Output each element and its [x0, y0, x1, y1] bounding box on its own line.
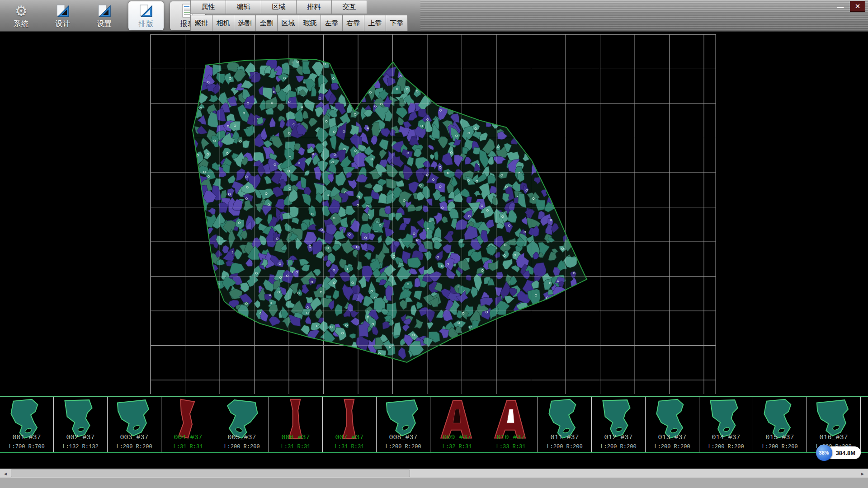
piece-id-label: 001_#37	[0, 434, 53, 441]
set-square-icon	[138, 3, 154, 19]
action-button-0[interactable]: 聚排	[190, 15, 212, 31]
piece-lr-label: L:31 R:31	[161, 444, 215, 450]
nav-button-settings[interactable]: 设置	[87, 1, 122, 30]
thumbnail-cell-016_#37[interactable]: 016_#37L:200 R:200	[807, 397, 861, 452]
piece-lr-label: L:132 R:132	[54, 444, 107, 450]
action-button-3[interactable]: 全割	[255, 15, 278, 31]
piece-id-label: 007_#37	[323, 434, 376, 441]
scroll-thumb[interactable]	[11, 469, 410, 477]
action-button-2[interactable]: 选割	[234, 15, 256, 31]
piece-id-label: 012_#37	[592, 434, 645, 441]
minimize-button[interactable]: —	[833, 1, 848, 12]
thumbnail-cell-012_#37[interactable]: 012_#37L:200 R:200	[592, 397, 646, 452]
thumbnail-cell-010_#37[interactable]: 010_#37L:33 R:31	[484, 397, 538, 452]
piece-id-label: 013_#37	[646, 434, 699, 441]
thumbnail-cell-001_#37[interactable]: 001_#37L:700 R:700	[0, 397, 54, 452]
piece-id-label: 009_#37	[430, 434, 484, 441]
menu-tab-2[interactable]: 区域	[261, 0, 297, 14]
thumbnail-cell-011_#37[interactable]: 011_#37L:200 R:200	[538, 397, 592, 452]
action-button-row: 聚排相机选割全割区域瑕疵左靠右靠上靠下靠	[191, 15, 408, 31]
menu-tab-3[interactable]: 排料	[296, 0, 332, 14]
menu-tab-4[interactable]: 交互	[331, 0, 367, 14]
piece-lr-label: L:31 R:31	[323, 444, 376, 450]
action-button-9[interactable]: 下靠	[386, 15, 408, 31]
window-bottom-edge	[0, 478, 868, 488]
thumbnail-cell-014_#37[interactable]: 014_#37L:200 R:200	[699, 397, 753, 452]
action-button-5[interactable]: 瑕疵	[299, 15, 321, 31]
piece-id-label: 011_#37	[538, 434, 591, 441]
piece-id-label: 004_#37	[161, 434, 215, 441]
piece-lr-label: L:200 R:200	[753, 444, 807, 450]
thumbnail-cell-008_#37[interactable]: 008_#37L:200 R:200	[377, 397, 430, 452]
piece-lr-label: L:200 R:200	[108, 444, 161, 450]
piece-lr-label: L:33 R:31	[484, 444, 538, 450]
piece-lr-label: L:31 R:31	[269, 444, 322, 450]
thumbnail-cell-013_#37[interactable]: 013_#37L:200 R:200	[646, 397, 699, 452]
nav-label: 排版	[138, 19, 154, 29]
nav-button-design[interactable]: 设计	[45, 1, 80, 30]
action-button-8[interactable]: 上靠	[364, 15, 386, 31]
action-button-7[interactable]: 右靠	[342, 15, 364, 31]
window-controls: — ✕	[833, 1, 865, 12]
piece-thumbnails: 001_#37L:700 R:700002_#37L:132 R:132003_…	[0, 396, 868, 453]
thumbnail-cell-005_#37[interactable]: 005_#37L:200 R:200	[215, 397, 269, 452]
piece-lr-label: L:200 R:200	[592, 444, 645, 450]
nesting-canvas-svg[interactable]	[0, 32, 868, 396]
menu-tab-row: 属性编辑区域排料交互	[191, 0, 408, 14]
piece-id-label: 006_#37	[269, 434, 322, 441]
piece-lr-label: L:200 R:200	[646, 444, 699, 450]
action-button-4[interactable]: 区域	[277, 15, 299, 31]
piece-lr-label: L:200 R:200	[215, 444, 269, 450]
menu-area: 属性编辑区域排料交互 聚排相机选割全割区域瑕疵左靠右靠上靠下靠	[191, 0, 408, 31]
piece-id-label: 005_#37	[215, 434, 269, 441]
piece-id-label: 014_#37	[699, 434, 753, 441]
close-button[interactable]: ✕	[850, 1, 865, 12]
nested-piece[interactable]	[466, 275, 471, 281]
piece-lr-label: L:200 R:200	[377, 444, 430, 450]
nav-button-layout[interactable]: 排版	[128, 1, 164, 30]
nested-piece[interactable]	[360, 93, 366, 102]
nested-piece[interactable]	[243, 140, 250, 148]
piece-id-label: 015_#37	[753, 434, 807, 441]
nested-piece[interactable]	[394, 322, 401, 336]
gear-icon: ⚙	[13, 3, 29, 19]
thumbnail-cell-007_#37[interactable]: 007_#37L:31 R:31	[323, 397, 377, 452]
piece-id-label: 016_#37	[807, 434, 860, 441]
piece-id-label: 010_#37	[484, 434, 538, 441]
piece-lr-label: L:200 R:200	[538, 444, 591, 450]
nested-piece[interactable]	[536, 198, 545, 211]
piece-lr-label: L:200 R:200	[699, 444, 753, 450]
nested-piece[interactable]	[415, 278, 420, 287]
thumbnail-cell-006_#37[interactable]: 006_#37L:31 R:31	[269, 397, 323, 452]
nav-label: 设计	[55, 19, 71, 29]
set-square-icon	[96, 3, 113, 19]
horizontal-scrollbar[interactable]: ◄ ►	[0, 469, 868, 478]
scroll-right-button[interactable]: ►	[858, 469, 867, 478]
scroll-left-button[interactable]: ◄	[1, 469, 10, 478]
toolbar-texture	[420, 0, 868, 31]
menu-tab-0[interactable]: 属性	[190, 0, 226, 14]
memory-progress: 38% 384.8M	[816, 445, 861, 461]
action-button-1[interactable]: 相机	[212, 15, 234, 31]
nested-piece[interactable]	[408, 258, 421, 268]
piece-id-label: 008_#37	[377, 434, 430, 441]
thumbnail-cell-009_#37[interactable]: 009_#37L:32 R:31	[430, 397, 484, 452]
nesting-canvas[interactable]	[0, 32, 868, 396]
nav-label: 系统	[14, 19, 29, 29]
action-button-6[interactable]: 左靠	[321, 15, 343, 31]
top-toolbar: ⚙ 系统 设计	[0, 0, 868, 32]
progress-circle: 38%	[816, 445, 832, 461]
thumbnail-cell-002_#37[interactable]: 002_#37L:132 R:132	[54, 397, 108, 452]
thumbnail-cell-003_#37[interactable]: 003_#37L:200 R:200	[108, 397, 161, 452]
piece-id-label: 003_#37	[108, 434, 161, 441]
nav-label: 设置	[97, 19, 112, 29]
nested-piece[interactable]	[301, 177, 306, 188]
menu-tab-1[interactable]: 编辑	[226, 0, 261, 14]
piece-lr-label: L:700 R:700	[0, 444, 53, 450]
piece-id-label: 002_#37	[54, 434, 107, 441]
nested-piece[interactable]	[426, 230, 433, 239]
thumbnail-cell-015_#37[interactable]: 015_#37L:200 R:200	[753, 397, 807, 452]
nav-button-system[interactable]: ⚙ 系统	[4, 1, 39, 30]
piece-lr-label: L:32 R:31	[430, 444, 484, 450]
thumbnail-cell-004_#37[interactable]: 004_#37L:31 R:31	[161, 397, 215, 452]
